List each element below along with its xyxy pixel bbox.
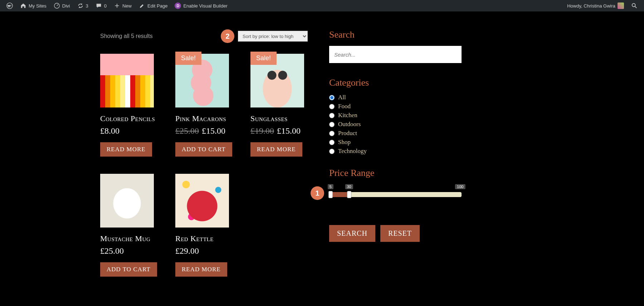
filter-search-button[interactable]: SEARCH (329, 225, 375, 242)
sale-badge: Sale! (250, 52, 277, 65)
range-bubble-low: 5 (328, 184, 333, 189)
product-image[interactable]: Sale! (175, 54, 229, 107)
category-item[interactable]: Food (329, 103, 462, 110)
plus-icon (114, 3, 120, 9)
shop-sidebar: Search Categories AllFoodKitchenOutdoors… (329, 29, 462, 277)
refresh-icon (77, 3, 84, 9)
editpage-link[interactable]: Edit Page (135, 0, 171, 11)
product-price: £25.00£15.00 (175, 126, 233, 136)
new-label: New (122, 3, 132, 9)
category-item[interactable]: Kitchen (329, 112, 462, 119)
wp-logo[interactable] (3, 0, 16, 11)
visualbuilder-label: Enable Visual Builder (183, 3, 227, 9)
category-item[interactable]: Technology (329, 148, 462, 155)
product-image[interactable] (100, 54, 154, 107)
product-title: Red Kettle (175, 234, 233, 243)
visualbuilder-link[interactable]: DEnable Visual Builder (171, 0, 231, 11)
updates-link[interactable]: 3 (74, 0, 92, 11)
category-radio[interactable] (329, 95, 335, 100)
category-radio[interactable] (329, 122, 335, 127)
sale-badge: Sale! (175, 52, 201, 65)
product-card[interactable]: Sale! Pink Macarons £25.00£15.00 ADD TO … (175, 54, 233, 157)
category-label: Outdoors (338, 121, 361, 128)
product-title: Mustache Mug (100, 234, 157, 243)
home-icon (20, 3, 26, 9)
categories-heading: Categories (329, 77, 462, 88)
product-price: £25.00 (100, 246, 157, 256)
search-heading: Search (329, 29, 462, 40)
annotation-badge-2: 2 (221, 29, 234, 43)
product-action-button[interactable]: ADD TO CART (100, 262, 157, 277)
comments-count: 0 (104, 3, 107, 9)
site-link[interactable]: Divi (50, 0, 74, 11)
editpage-label: Edit Page (147, 3, 167, 9)
category-label: Shop (338, 139, 351, 146)
wp-admin-bar: My Sites Divi 3 0 New Edit Page DEnable … (0, 0, 644, 11)
category-label: Product (338, 130, 357, 137)
product-card[interactable]: Colored Pencils £8.00 READ MORE (100, 54, 157, 157)
product-title: Colored Pencils (100, 114, 157, 123)
updates-count: 3 (86, 3, 88, 9)
category-label: Food (338, 103, 351, 110)
site-label: Divi (62, 3, 70, 9)
category-label: Technology (338, 148, 367, 155)
search-toggle[interactable] (628, 0, 641, 11)
slider-handle-low[interactable] (328, 191, 333, 198)
product-price: £19.00£15.00 (250, 126, 308, 136)
product-image[interactable] (100, 174, 154, 228)
product-price: £29.00 (175, 246, 233, 256)
product-action-button[interactable]: ADD TO CART (175, 142, 232, 157)
category-radio[interactable] (329, 113, 335, 118)
sort-select[interactable]: Sort by price: low to high (238, 31, 308, 42)
product-card[interactable]: Red Kettle £29.00 READ MORE (175, 174, 233, 277)
howdy-link[interactable]: Howdy, Christina Gwira (564, 0, 628, 11)
new-link[interactable]: New (110, 0, 135, 11)
search-input[interactable] (329, 46, 462, 63)
comments-link[interactable]: 0 (92, 0, 110, 11)
mysites-label: My Sites (29, 3, 47, 9)
price-slider[interactable] (329, 192, 462, 197)
category-radio[interactable] (329, 131, 335, 136)
category-radio[interactable] (329, 104, 335, 109)
product-card[interactable]: Mustache Mug £25.00 ADD TO CART (100, 174, 157, 277)
product-title: Pink Macarons (175, 114, 233, 123)
annotation-badge-1: 1 (311, 186, 324, 200)
product-card[interactable]: Sale! Sunglasses £19.00£15.00 READ MORE (250, 54, 308, 157)
category-label: Kitchen (338, 112, 357, 119)
result-count: Showing all 5 results (100, 33, 153, 39)
filter-reset-button[interactable]: RESET (380, 225, 420, 242)
svg-point-2 (632, 4, 635, 7)
mysites-link[interactable]: My Sites (16, 0, 50, 11)
category-item[interactable]: Shop (329, 139, 462, 146)
dashboard-icon (54, 3, 60, 9)
product-action-button[interactable]: READ MORE (250, 142, 302, 157)
category-radio[interactable] (329, 149, 335, 154)
comment-icon (96, 3, 102, 9)
product-title: Sunglasses (250, 114, 308, 123)
product-action-button[interactable]: READ MORE (100, 142, 152, 157)
search-icon (631, 3, 638, 9)
divi-icon: D (175, 3, 181, 9)
howdy-label: Howdy, Christina Gwira (567, 3, 615, 9)
product-image[interactable] (175, 174, 229, 228)
category-item[interactable]: Product (329, 130, 462, 137)
product-image[interactable]: Sale! (250, 54, 304, 107)
pricerange-heading: Price Range (329, 168, 462, 178)
wordpress-icon (6, 3, 13, 9)
shop-main: Showing all 5 results 2 Sort by price: l… (100, 29, 308, 277)
range-bubble-max: 100 (455, 184, 465, 189)
category-radio[interactable] (329, 140, 335, 145)
range-bubble-high: 30 (345, 184, 353, 189)
slider-handle-high[interactable] (347, 191, 351, 198)
product-price: £8.00 (100, 126, 157, 136)
pencil-icon (139, 3, 145, 9)
category-item[interactable]: Outdoors (329, 121, 462, 128)
category-item[interactable]: All (329, 94, 462, 101)
avatar (618, 3, 624, 9)
category-label: All (338, 94, 346, 101)
product-action-button[interactable]: READ MORE (175, 262, 227, 277)
